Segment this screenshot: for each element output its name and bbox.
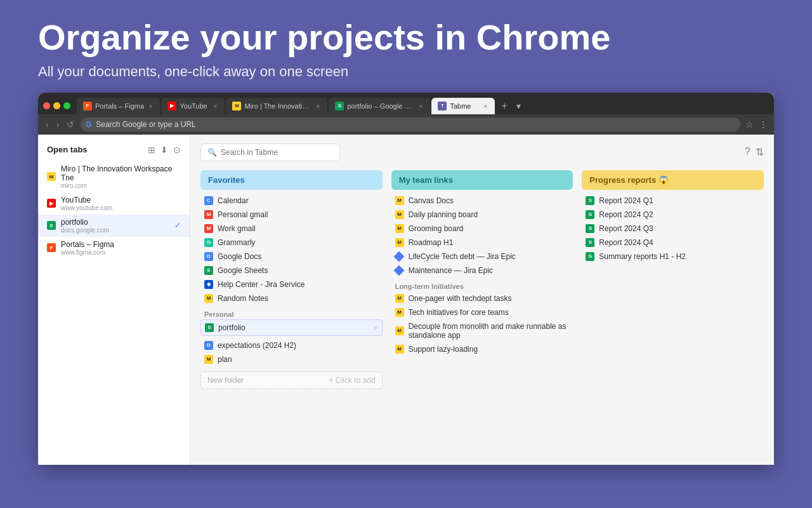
- sidebar-item-portfolio[interactable]: S portfolio docs.google.com ✓: [38, 215, 190, 237]
- link-grammarly[interactable]: G Grammarly: [200, 236, 383, 250]
- tab-portfolio-label: portfolio – Google Sheets: [347, 102, 414, 110]
- calendar-favicon: C: [204, 196, 213, 205]
- tab-portfolio-close[interactable]: ×: [417, 102, 424, 110]
- report-q1-label: Report 2024 Q1: [599, 196, 653, 205]
- tab-tabme[interactable]: T Tabme ×: [431, 98, 495, 114]
- new-folder-bar[interactable]: New folder + Click to add: [200, 371, 383, 389]
- sidebar-item-portfolio-url: docs.google.com: [61, 227, 169, 234]
- link-report-q1[interactable]: S Report 2024 Q1: [582, 194, 764, 208]
- reload-button[interactable]: ↺: [65, 118, 75, 131]
- link-summary-reports[interactable]: S Summary reports H1 - H2: [582, 250, 764, 264]
- sidebar-item-figma[interactable]: F Portals – Figma www.figma.com: [38, 237, 190, 259]
- tab-overflow-button[interactable]: ▾: [516, 101, 521, 111]
- report-q1-favicon: S: [586, 196, 594, 205]
- link-calendar[interactable]: C Calendar: [200, 194, 383, 208]
- minimize-button[interactable]: [53, 102, 60, 109]
- portfolio-tab-favicon: S: [335, 102, 344, 110]
- new-tab-button[interactable]: +: [496, 98, 512, 114]
- sidebar-icon-1[interactable]: ⊞: [148, 145, 155, 155]
- search-input[interactable]: [221, 148, 333, 157]
- tab-youtube[interactable]: ▶ YouTube ×: [161, 98, 225, 114]
- decouple-favicon: M: [395, 326, 404, 335]
- sidebar-title: Open tabs: [47, 145, 88, 154]
- link-report-q3[interactable]: S Report 2024 Q3: [582, 222, 764, 236]
- maximize-button[interactable]: [63, 102, 70, 109]
- google-docs-label: Google Docs: [218, 252, 261, 261]
- gdocs-favicon: D: [204, 252, 213, 261]
- decouple-label: Decouple from monolith and make runnable…: [409, 322, 570, 340]
- roadmap-h1-favicon: M: [395, 238, 404, 247]
- sidebar-item-miro-url: miro.com: [61, 182, 181, 189]
- portfolio-favicon: S: [47, 221, 56, 230]
- help-icon[interactable]: ?: [745, 146, 750, 158]
- tab-miro-close[interactable]: ×: [315, 102, 321, 110]
- tab-bar: F Portals – Figma × ▶ YouTube × M Miro |…: [38, 93, 774, 114]
- folder-portfolio-close[interactable]: ×: [374, 324, 377, 331]
- link-plan[interactable]: M plan: [200, 352, 383, 366]
- link-work-gmail[interactable]: M Work gmail: [200, 222, 383, 236]
- link-tech-initiatives[interactable]: M Tech initiatives for core teams: [391, 305, 573, 319]
- sidebar-item-youtube-title: YouTube: [61, 196, 181, 204]
- tab-figma-close[interactable]: ×: [147, 102, 154, 110]
- sidebar: Open tabs ⊞ ⬇ ⊙ M Miro | The Innovation …: [38, 135, 190, 465]
- link-expectations[interactable]: D expectations (2024 H2): [200, 338, 383, 352]
- link-maintenance[interactable]: Maintenance — Jira Epic: [391, 264, 573, 277]
- progress-reports-column: Progress reports 😱 S Report 2024 Q1 S Re…: [582, 170, 764, 456]
- folder-portfolio[interactable]: S portfolio ×: [200, 319, 383, 336]
- daily-planning-label: Daily planning board: [409, 210, 478, 219]
- tab-figma[interactable]: F Portals – Figma ×: [77, 98, 160, 114]
- sidebar-item-figma-url: www.figma.com: [61, 249, 181, 256]
- link-personal-gmail[interactable]: M Personal gmail: [200, 208, 383, 222]
- sidebar-icon-3[interactable]: ⊙: [173, 145, 181, 155]
- forward-button[interactable]: ›: [55, 118, 61, 131]
- tab-portfolio[interactable]: S portfolio – Google Sheets ×: [329, 98, 430, 114]
- sidebar-icon-2[interactable]: ⬇: [160, 145, 168, 155]
- link-report-q2[interactable]: S Report 2024 Q2: [582, 208, 764, 222]
- link-random-notes[interactable]: M Random Notes: [200, 291, 383, 305]
- report-q2-label: Report 2024 Q2: [599, 210, 653, 219]
- link-google-sheets[interactable]: S Google Sheets: [200, 264, 383, 277]
- tab-youtube-label: YouTube: [180, 102, 209, 110]
- lifecycle-favicon: [393, 251, 404, 262]
- sidebar-item-youtube[interactable]: ▶ YouTube www.youtube.com: [38, 192, 190, 215]
- support-lazy-favicon: M: [395, 345, 404, 354]
- browser-menu-icon[interactable]: ⋮: [759, 119, 768, 130]
- settings-icon[interactable]: ⇅: [756, 146, 764, 158]
- link-one-pager[interactable]: M One-pager with techdept tasks: [391, 291, 573, 305]
- link-report-q4[interactable]: S Report 2024 Q4: [582, 236, 764, 250]
- maintenance-favicon: [393, 265, 404, 276]
- gsheets-favicon: S: [204, 266, 213, 275]
- link-roadmap-h1[interactable]: M Roadmap H1: [391, 236, 573, 250]
- link-decouple[interactable]: M Decouple from monolith and make runnab…: [391, 319, 573, 342]
- sidebar-header: Open tabs ⊞ ⬇ ⊙: [38, 142, 190, 161]
- search-bar[interactable]: 🔍: [200, 144, 340, 161]
- address-input[interactable]: [81, 117, 740, 131]
- team-links-header: My team links: [391, 170, 573, 190]
- link-lifecycle[interactable]: LifeCycle Tech debt — Jira Epic: [391, 250, 573, 264]
- link-jira-help[interactable]: ◆ Help Center - Jira Service: [200, 277, 383, 291]
- top-actions: ? ⇅: [745, 146, 764, 158]
- plan-label: plan: [218, 355, 232, 364]
- link-support-lazy[interactable]: M Support lazy-loading: [391, 342, 573, 356]
- sidebar-item-portfolio-title: portfolio: [61, 218, 169, 227]
- hero-section: Organize your projects in Chrome All you…: [0, 0, 812, 93]
- sidebar-item-miro[interactable]: M Miro | The Innovation Workspace Tne mi…: [38, 161, 190, 192]
- personal-section-label: Personal: [200, 305, 383, 319]
- jira-help-label: Help Center - Jira Service: [218, 280, 304, 289]
- canvas-docs-favicon: M: [395, 196, 404, 205]
- bookmark-icon[interactable]: ☆: [745, 119, 754, 130]
- tab-tabme-close[interactable]: ×: [482, 102, 488, 110]
- folder-portfolio-label: portfolio: [218, 323, 246, 332]
- close-button[interactable]: [43, 102, 50, 109]
- link-google-docs[interactable]: D Google Docs: [200, 250, 383, 264]
- back-button[interactable]: ‹: [44, 118, 50, 131]
- link-canvas-docs[interactable]: M Canvas Docs: [391, 194, 573, 208]
- team-links-title: My team links: [399, 175, 453, 185]
- tab-figma-label: Portals – Figma: [95, 102, 144, 110]
- link-daily-planning[interactable]: M Daily planning board: [391, 208, 573, 222]
- tab-youtube-close[interactable]: ×: [212, 102, 218, 110]
- link-grooming-board[interactable]: M Grooming board: [391, 222, 573, 236]
- personal-gmail-label: Personal gmail: [218, 210, 268, 219]
- one-pager-favicon: M: [395, 294, 404, 303]
- tab-miro[interactable]: M Miro | The Innovation Works… ×: [226, 98, 327, 114]
